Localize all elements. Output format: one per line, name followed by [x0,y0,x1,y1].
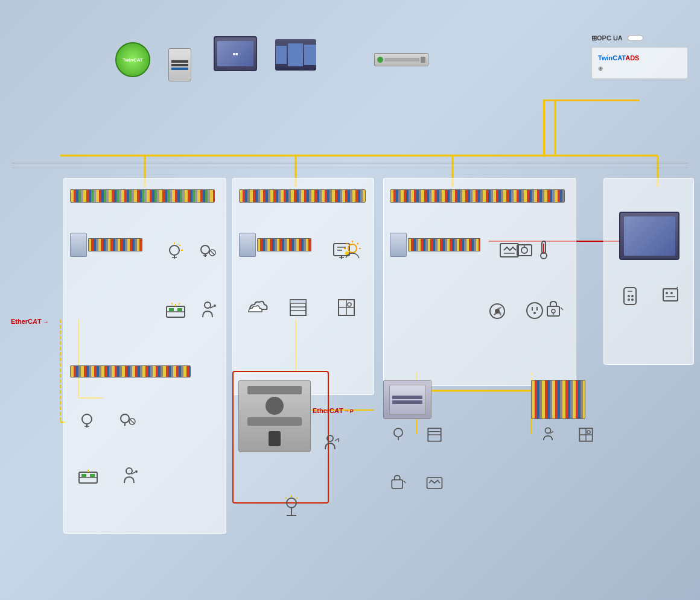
svg-line-34 [171,303,173,305]
ethercat-p-label: EtherCAT→P [313,407,354,414]
opc-ua-label: ⊞OPC UA [591,33,623,43]
svg-rect-110 [663,289,678,301]
svg-line-66 [346,256,347,258]
svg-point-109 [631,298,634,301]
svg-line-28 [210,250,215,255]
iot-cloud [628,35,643,41]
svg-line-67 [358,256,359,258]
svg-rect-31 [169,308,174,311]
twincat-device: TwinCAT [112,42,154,79]
xrb-box [232,371,329,504]
multitouch-device: ■■ [208,36,262,73]
ipc-c6030-device [157,48,202,83]
svg-point-123 [545,428,550,433]
svg-rect-72 [290,300,306,303]
svg-line-121 [404,481,406,483]
room-functions-section [383,178,576,386]
svg-point-38 [214,305,216,307]
svg-point-128 [587,431,590,434]
room-cx7080 [531,377,682,419]
svg-point-53 [135,470,138,473]
svg-line-85 [285,497,287,499]
svg-point-18 [170,245,179,255]
svg-point-77 [327,435,333,441]
svg-point-42 [121,414,129,423]
svg-line-64 [346,243,348,244]
svg-rect-48 [81,474,86,477]
scalable-device [272,39,320,72]
svg-line-62 [357,243,358,244]
svg-line-78 [335,438,339,441]
lighting-section [63,178,226,534]
svg-line-84 [296,497,298,499]
svg-rect-120 [392,480,402,488]
svg-point-111 [666,292,668,294]
svg-point-112 [670,292,673,294]
bacnet-label: ⊕ [598,63,681,74]
svg-point-108 [628,298,630,301]
svg-point-76 [348,303,351,306]
svg-point-115 [394,428,402,437]
svg-point-92 [521,247,527,253]
svg-line-35 [179,303,180,305]
facade-section [232,178,374,395]
svg-rect-32 [177,308,182,311]
svg-point-106 [628,295,630,297]
svg-point-51 [126,468,132,474]
room-bc9191 [383,377,504,419]
svg-point-80 [287,498,296,508]
svg-point-36 [205,302,211,308]
svg-line-103 [561,308,563,310]
ethercat-label: EtherCAT → [11,318,49,325]
control-cab-device [371,53,431,68]
local-operation-section [603,178,694,365]
svg-point-101 [552,309,555,313]
protocol-box: ⊞OPC UA TwinCATADS ⊕ [591,33,688,79]
protocol-details: TwinCATADS ⊕ [591,47,688,80]
svg-point-99 [533,312,536,314]
svg-line-22 [179,245,180,246]
outdoor-lighting-item [272,494,311,520]
svg-point-24 [201,245,209,254]
svg-point-107 [631,295,634,297]
svg-point-39 [82,414,92,424]
svg-line-45 [130,419,135,424]
svg-point-60 [348,244,357,253]
svg-rect-49 [90,474,95,477]
